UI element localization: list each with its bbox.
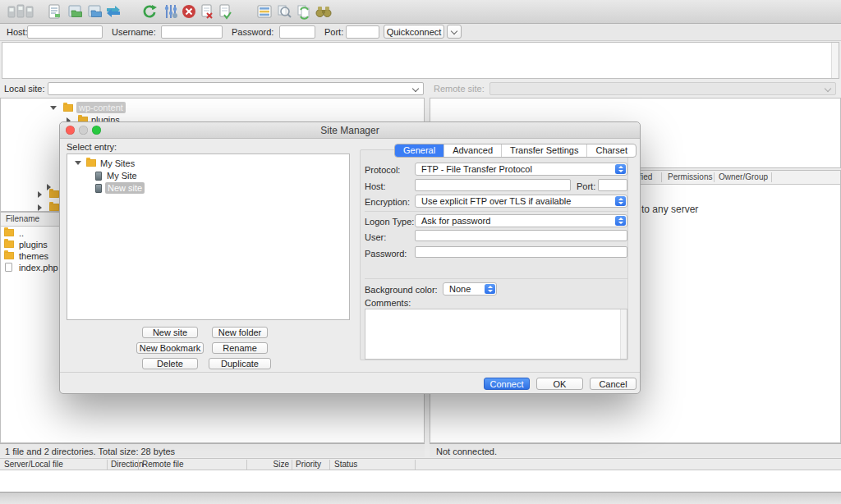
new-site-button[interactable]: New site [142,327,198,338]
port-input[interactable] [598,179,627,191]
log-scrollbar[interactable] [831,43,839,78]
folder-icon [49,190,59,198]
file-name: plugins [19,239,48,250]
user-label: User: [365,231,386,243]
folder-icon [4,229,14,236]
chevron-down-icon [412,85,419,92]
tab-charset[interactable]: Charset [586,144,636,157]
site-manager-icon[interactable] [5,2,36,21]
local-site-label: Local site: [4,83,45,94]
queue-column-headers[interactable]: Server/Local file Direction Remote file … [0,458,841,470]
disclosure-open-icon[interactable] [50,106,57,110]
sites-tree: My Sites My Site New site [67,153,350,320]
qc-password-input[interactable] [279,25,315,39]
connect-button[interactable]: Connect [484,378,530,390]
qc-username-label: Username: [112,26,156,38]
host-label: Host: [365,181,386,192]
disconnect-icon[interactable] [197,2,217,21]
protocol-select[interactable]: FTP - File Transfer Protocol [415,163,627,176]
process-queue-icon[interactable] [161,2,181,21]
refresh-icon[interactable] [140,2,159,21]
ok-button[interactable]: OK [536,378,583,390]
filezilla-window: Host: Username: Password: Port: Quickcon… [0,0,841,504]
remote-site-combo [489,82,836,95]
tree-row-wp-content[interactable]: wp-content [1,102,424,114]
disclosure-closed-icon[interactable] [38,204,42,211]
folder-icon [4,252,14,259]
tab-general[interactable]: General [395,144,443,157]
sites-tree-newsite-row[interactable]: New site [67,182,349,195]
qc-username-input[interactable] [161,25,223,39]
encryption-label: Encryption: [365,196,410,208]
rename-button[interactable]: Rename [212,342,268,354]
host-input[interactable] [415,179,571,191]
dialog-password-input[interactable] [415,246,627,258]
not-connected-message-fragment: to any server [641,204,698,215]
compare-icon[interactable] [274,2,294,21]
column-header-label: Filename [6,213,39,225]
qc-host-input[interactable] [27,25,103,39]
file-name: .. [19,227,24,239]
queue-col-priority: Priority [296,459,321,470]
local-status-bar: 1 file and 2 directories. Total size: 28… [0,443,425,457]
tree-label: wp-content [76,102,126,113]
tree-label: My Sites [100,158,135,169]
toggle-local-tree-icon[interactable] [66,2,85,21]
cancel-button[interactable]: Cancel [590,378,636,390]
reconnect-icon[interactable] [215,2,235,21]
quickconnect-button[interactable]: Quickconnect [384,25,444,39]
logon-type-value: Ask for password [421,216,490,226]
new-folder-button[interactable]: New folder [212,327,268,338]
tab-advanced[interactable]: Advanced [443,144,501,157]
tab-transfer-settings[interactable]: Transfer Settings [501,144,586,157]
comments-label: Comments: [365,297,411,309]
filter-icon[interactable] [255,2,274,21]
sites-tree-site-row[interactable]: My Site [67,170,349,182]
comments-scrollbar[interactable] [620,309,627,359]
toggle-log-icon[interactable] [44,2,64,21]
background-color-label: Background color: [365,284,438,296]
server-icon [95,172,102,181]
tree-label-selected: New site [105,182,145,194]
encryption-select[interactable]: Use explicit FTP over TLS if available [415,195,627,208]
stepper-icon[interactable] [615,216,626,226]
tree-label: My Site [107,170,137,181]
logon-type-select[interactable]: Ask for password [415,214,627,227]
select-entry-label: Select entry: [67,141,117,153]
folder-icon [49,204,59,211]
user-input[interactable] [415,230,627,241]
protocol-label: Protocol: [365,164,400,176]
stepper-icon[interactable] [615,196,626,206]
divider [365,278,627,279]
find-icon[interactable] [314,2,333,21]
queue-col-server-local: Server/Local file [4,459,63,470]
sites-tree-root-row[interactable]: My Sites [67,158,349,170]
background-color-select[interactable]: None [443,282,497,296]
disclosure-open-icon[interactable] [75,161,81,165]
disclosure-closed-icon[interactable] [38,191,42,198]
delete-button[interactable]: Delete [142,358,198,369]
settings-tabs: General Advanced Transfer Settings Chars… [394,144,636,158]
file-name: index.php [19,262,58,273]
encryption-value: Use explicit FTP over TLS if available [421,196,571,206]
remote-status-bar: Not connected. [430,443,841,457]
background-color-value: None [449,284,471,294]
queue-col-size: Size [253,459,289,470]
toggle-remote-tree-icon[interactable] [85,2,105,21]
protocol-value: FTP - File Transfer Protocol [421,164,532,174]
qc-host-label: Host: [7,26,28,38]
port-label: Port: [577,181,595,192]
local-site-combo[interactable] [48,82,424,95]
new-bookmark-button[interactable]: New Bookmark [136,342,204,354]
comments-textarea[interactable] [365,309,627,360]
quickconnect-dropdown-button[interactable] [447,25,462,39]
dialog-password-label: Password: [365,248,407,259]
sync-browsing-icon[interactable] [294,2,314,21]
qc-port-input[interactable] [346,25,379,39]
folder-icon [4,241,14,248]
stepper-icon[interactable] [615,164,626,174]
stepper-icon[interactable] [485,284,495,294]
cancel-icon[interactable] [179,2,199,21]
toggle-queue-icon[interactable] [103,2,123,21]
duplicate-button[interactable]: Duplicate [209,358,271,369]
